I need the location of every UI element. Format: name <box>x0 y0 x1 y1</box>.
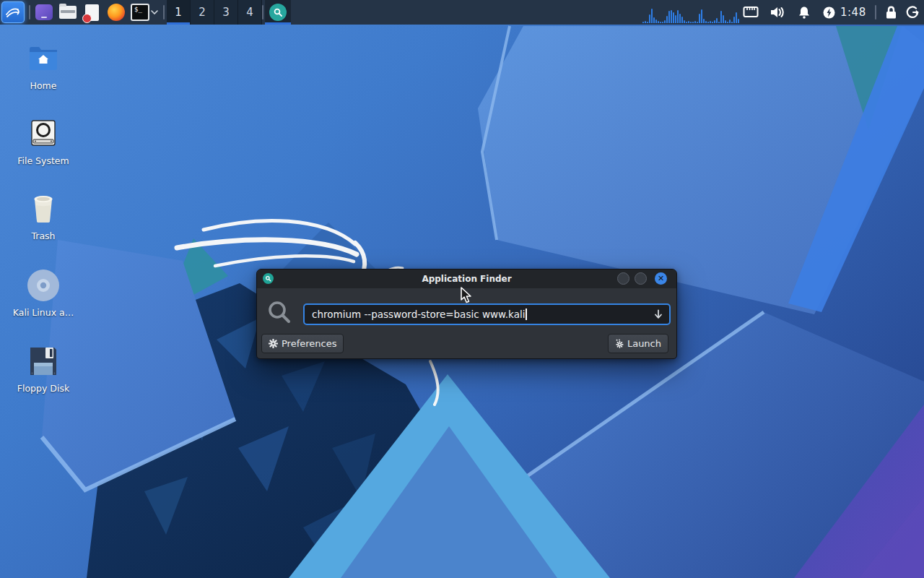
close-icon: ✕ <box>658 275 664 282</box>
preferences-label: Preferences <box>282 338 336 349</box>
chevron-down-icon <box>151 10 158 14</box>
window-title: Application Finder <box>257 274 676 284</box>
launch-run-icon <box>615 339 624 348</box>
file-manager-button[interactable] <box>57 0 79 25</box>
top-panel: $_ 1 2 3 4 <box>0 0 924 25</box>
text-caret <box>526 309 527 320</box>
workspace-pager: 1 2 3 4 <box>167 0 262 25</box>
desktop-icon-file-system[interactable]: File System <box>4 117 83 166</box>
kali-desktop: { "panel": { "workspaces": [ {"label": "… <box>0 0 924 578</box>
panel-separator <box>262 5 263 20</box>
clock-text: 1:48 <box>840 6 866 19</box>
firefox-button[interactable] <box>105 0 127 25</box>
terminal-icon: $_ <box>131 4 149 21</box>
terminal-button[interactable]: $_ <box>129 0 151 25</box>
preferences-button[interactable]: Preferences <box>261 334 344 353</box>
workspace-label: 3 <box>222 6 230 19</box>
workspace-2[interactable]: 2 <box>191 0 214 25</box>
desktop-icon-floppy[interactable]: Floppy Disk <box>4 345 83 394</box>
show-desktop-icon <box>35 4 53 20</box>
power-manager-tray-button[interactable] <box>819 0 839 25</box>
workspace-1[interactable]: 1 <box>167 0 191 25</box>
launch-button[interactable]: Launch <box>608 334 668 353</box>
desktop-icon-kali-cd[interactable]: Kali Linux a… <box>4 269 83 318</box>
workspace-label: 4 <box>246 6 253 19</box>
disc-icon <box>4 269 83 302</box>
launch-label: Launch <box>627 338 661 349</box>
network-icon <box>743 6 759 19</box>
drive-icon <box>4 117 83 150</box>
search-input[interactable]: chromium --password-store=basic www.kali <box>303 303 671 325</box>
close-button[interactable]: ✕ <box>655 272 667 285</box>
panel-separator <box>163 5 165 20</box>
floppy-icon <box>4 345 83 378</box>
firefox-icon <box>108 4 125 21</box>
workspace-label: 1 <box>175 6 182 19</box>
lock-icon <box>885 6 897 20</box>
panel-separator <box>875 5 876 20</box>
search-icon <box>266 299 292 328</box>
minimize-button[interactable] <box>617 272 629 285</box>
desktop-icon-label: Home <box>4 80 83 91</box>
application-finder-window: Application Finder ✕ chromium --password… <box>256 269 677 359</box>
taskbar-app-finder[interactable] <box>265 0 291 25</box>
workspace-3[interactable]: 3 <box>214 0 238 25</box>
notifications-tray-button[interactable] <box>794 0 814 25</box>
power-manager-icon <box>822 6 836 20</box>
terminal-dropdown[interactable] <box>149 0 160 25</box>
lock-screen-button[interactable] <box>881 0 901 25</box>
desktop-icon-label: Kali Linux a… <box>4 307 83 318</box>
file-manager-icon <box>59 6 77 19</box>
desktop-icon-label: Trash <box>4 230 83 241</box>
gear-icon <box>269 339 278 348</box>
trash-icon <box>4 192 83 225</box>
desktop-icon-trash[interactable]: Trash <box>4 192 83 241</box>
volume-icon <box>770 6 785 19</box>
desktop-icon-label: Floppy Disk <box>4 383 83 394</box>
kali-menu-icon <box>5 5 21 20</box>
network-tray-button[interactable] <box>741 0 761 25</box>
input-dropdown-icon[interactable] <box>653 309 663 319</box>
cpu-graph[interactable] <box>642 6 738 23</box>
applications-menu-button[interactable] <box>1 1 25 23</box>
logout-icon <box>905 5 920 20</box>
show-desktop-button[interactable] <box>33 0 55 25</box>
panel-separator <box>29 5 30 20</box>
home-folder-icon <box>4 42 83 75</box>
app-finder-task-icon <box>269 4 287 21</box>
mouse-cursor <box>460 287 474 307</box>
maximize-button[interactable] <box>635 272 647 285</box>
notifications-icon <box>798 6 811 20</box>
text-editor-button[interactable] <box>81 0 103 25</box>
desktop-icon-home[interactable]: Home <box>4 42 83 91</box>
logout-button[interactable] <box>902 0 923 25</box>
workspace-4[interactable]: 4 <box>238 0 262 25</box>
titlebar[interactable]: Application Finder ✕ <box>257 269 676 288</box>
clock[interactable]: 1:48 <box>840 0 866 25</box>
desktop-icon-label: File System <box>4 155 83 166</box>
volume-tray-button[interactable] <box>767 0 788 25</box>
text-editor-icon <box>85 4 99 21</box>
workspace-label: 2 <box>199 6 206 19</box>
search-input-value: chromium --password-store=basic www.kali <box>312 309 525 320</box>
